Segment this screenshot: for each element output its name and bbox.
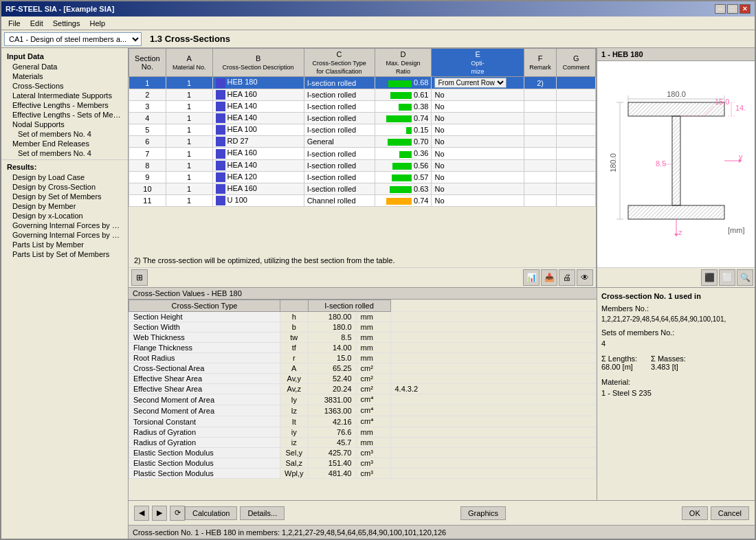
import-btn[interactable]: 📥 — [541, 269, 557, 286]
cs-prop-unit: cm² — [356, 363, 390, 374]
svg-rect-4 — [628, 102, 724, 116]
cs-prop-symbol: Iz — [280, 405, 309, 416]
cs-prop-symbol: Wpl,y — [280, 469, 309, 479]
cs-diagram: 180.0 180.0 — [597, 61, 755, 267]
sidebar-item-lateral-supports[interactable]: Lateral Intermediate Supports — [1, 91, 128, 100]
print-btn[interactable]: 🖨 — [559, 269, 575, 286]
cs-prop-unit: mm — [356, 353, 390, 363]
col-header-g: GComment — [557, 49, 596, 77]
menu-settings[interactable]: Settings — [49, 18, 85, 29]
cs-prop-unit: mm — [356, 427, 390, 438]
col-header-c: CCross-Section Typefor Classification — [304, 49, 375, 77]
cs-prop-symbol: It — [280, 416, 309, 427]
cs-view-toolbar: ⬛ ⬜ 🔍 — [597, 267, 755, 287]
cs-prop-value: 52.40 — [308, 374, 356, 384]
cs-prop-name: Torsional Constant — [129, 416, 280, 427]
masses-label: Σ Masses: — [651, 355, 686, 363]
sidebar-item-eff-lengths-members[interactable]: Effective Lengths - Members — [1, 100, 128, 110]
sidebar-item-parts-set[interactable]: Parts List by Set of Members — [1, 249, 128, 259]
nav-back-btn[interactable]: ◀ — [134, 506, 149, 521]
nav-refresh-btn[interactable]: ⟳ — [170, 506, 185, 521]
sidebar-item-nodal-supports[interactable]: Nodal Supports — [1, 120, 128, 129]
cs-prop-note — [390, 343, 597, 353]
cs-view-btn1[interactable]: ⬛ — [701, 269, 718, 286]
case-dropdown[interactable]: CA1 - Design of steel members a... — [4, 32, 142, 46]
cs-prop-note — [390, 363, 597, 374]
cs-prop-note — [390, 448, 597, 458]
menu-edit[interactable]: Edit — [26, 18, 47, 29]
graphics-button[interactable]: Graphics — [460, 506, 506, 520]
cs-prop-name: Second Moment of Area — [129, 405, 280, 416]
sidebar-item-gov-forces-member[interactable]: Governing Internal Forces by M... — [1, 221, 128, 230]
sidebar-item-design-set-members[interactable]: Design by Set of Members — [1, 192, 128, 201]
bottom-center-buttons: Calculation Details... — [185, 506, 285, 520]
section-title: 1.3 Cross-Sections — [150, 34, 230, 44]
details-button[interactable]: Details... — [240, 506, 285, 520]
cs-view-btn3[interactable]: 🔍 — [737, 269, 753, 286]
sidebar-item-eff-lengths-sets[interactable]: Effective Lengths - Sets of Mem... — [1, 110, 128, 120]
material-label: Material: — [601, 378, 751, 386]
cs-values-table-wrapper[interactable]: Cross-Section Type I-section rolled Sect… — [129, 300, 597, 500]
cs-prop-value: 65.25 — [308, 363, 356, 374]
cs-prop-unit: mm — [356, 343, 390, 353]
cs-prop-unit: cm³ — [356, 469, 390, 479]
bottom-bar: ◀ ▶ ⟳ Calculation Details... Graphics OK… — [129, 500, 755, 525]
cs-values-table: Cross-Section Type I-section rolled Sect… — [129, 300, 597, 479]
cs-prop-value: 425.70 — [308, 448, 356, 458]
cs-prop-symbol: Iy — [280, 394, 309, 405]
cs-prop-note — [390, 405, 597, 416]
menu-file[interactable]: File — [4, 18, 25, 29]
cs-table-wrapper[interactable]: SectionNo. AMaterial No. BCross-Section … — [129, 48, 596, 254]
cs-prop-value: 20.24 — [308, 384, 356, 394]
sidebar-item-design-x-location[interactable]: Design by x-Location — [1, 211, 128, 221]
toolbar: CA1 - Design of steel members a... 1.3 C… — [1, 30, 755, 48]
masses-col: Σ Masses: 3.483 [t] — [651, 355, 686, 371]
main-layout: Input Data General Data Materials Cross-… — [1, 48, 755, 539]
cs-prop-name: Web Thickness — [129, 333, 280, 343]
sidebar-item-design-cross-section[interactable]: Design by Cross-Section — [1, 182, 128, 192]
sidebar-item-design-load-case[interactable]: Design by Load Case — [1, 172, 128, 182]
nav-fwd-btn[interactable]: ▶ — [152, 506, 167, 521]
heb-diagram: 180.0 180.0 — [608, 85, 745, 243]
cs-view-panel: 1 - HEB 180 180.0 — [597, 48, 755, 287]
col-header-section-no: SectionNo. — [129, 49, 166, 77]
cs-prop-value: 45.7 — [308, 438, 356, 448]
cross-sections-table: SectionNo. AMaterial No. BCross-Section … — [129, 48, 596, 207]
sidebar-item-member-releases[interactable]: Member End Releases — [1, 139, 128, 148]
export-btn[interactable]: 📊 — [523, 269, 540, 286]
window-title: RF-STEEL SIA - [Example SIA] — [5, 5, 114, 13]
cancel-button[interactable]: Cancel — [711, 506, 749, 520]
cs-prop-value: 15.0 — [308, 353, 356, 363]
insert-row-btn[interactable]: ⊞ — [131, 269, 148, 286]
cs-view-btn2[interactable]: ⬜ — [719, 269, 735, 286]
sidebar-item-parts-member[interactable]: Parts List by Member — [1, 240, 128, 249]
cs-prop-symbol: iz — [280, 438, 309, 448]
sidebar-item-materials[interactable]: Materials — [1, 71, 128, 81]
svg-text:y: y — [739, 153, 743, 161]
sidebar-item-gov-forces-set[interactable]: Governing Internal Forces by S... — [1, 230, 128, 240]
close-button[interactable]: ✕ — [740, 4, 751, 14]
calculation-button[interactable]: Calculation — [185, 506, 237, 520]
sidebar-divider — [1, 159, 128, 160]
sidebar-item-general-data[interactable]: General Data — [1, 62, 128, 71]
maximize-button[interactable]: □ — [727, 4, 738, 14]
minimize-button[interactable]: ─ — [715, 4, 726, 14]
svg-text:z: z — [678, 228, 682, 236]
sidebar-item-releases-set4[interactable]: Set of members No. 4 — [1, 148, 128, 158]
cs-view-title: 1 - HEB 180 — [597, 48, 755, 61]
bottom-left-buttons: ◀ ▶ ⟳ — [134, 506, 185, 521]
sets-label: Sets of members No.: — [601, 328, 751, 337]
cs-prop-name: Root Radius — [129, 353, 280, 363]
svg-text:14.0: 14.0 — [735, 104, 745, 112]
bottom-right-buttons: OK Cancel — [682, 506, 749, 520]
ok-button[interactable]: OK — [682, 506, 708, 520]
cs-prop-note — [390, 353, 597, 363]
sidebar: Input Data General Data Materials Cross-… — [1, 48, 129, 539]
sidebar-item-cross-sections[interactable]: Cross-Sections — [1, 81, 128, 91]
menu-help[interactable]: Help — [85, 18, 109, 29]
sidebar-item-nodal-set4[interactable]: Set of members No. 4 — [1, 129, 128, 139]
view-btn[interactable]: 👁 — [577, 269, 593, 286]
col-header-e: EOpti-mize — [432, 49, 524, 77]
cs-prop-symbol: tw — [280, 333, 309, 343]
sidebar-item-design-member[interactable]: Design by Member — [1, 201, 128, 211]
